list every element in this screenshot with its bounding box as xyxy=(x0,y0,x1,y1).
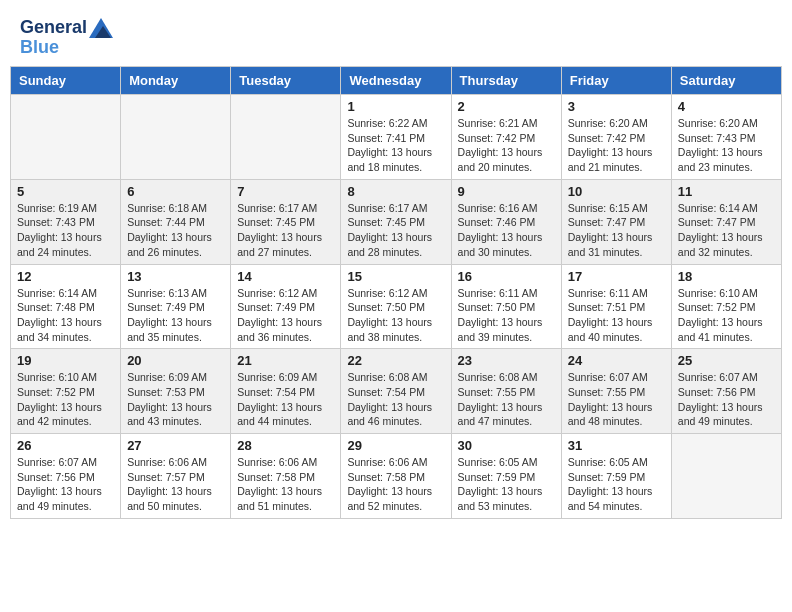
logo: General Blue xyxy=(20,18,113,58)
day-info: Sunrise: 6:21 AM Sunset: 7:42 PM Dayligh… xyxy=(458,116,555,175)
calendar-cell: 19Sunrise: 6:10 AM Sunset: 7:52 PM Dayli… xyxy=(11,349,121,434)
day-info: Sunrise: 6:20 AM Sunset: 7:43 PM Dayligh… xyxy=(678,116,775,175)
calendar-week-row: 5Sunrise: 6:19 AM Sunset: 7:43 PM Daylig… xyxy=(11,179,782,264)
day-number: 2 xyxy=(458,99,555,114)
day-info: Sunrise: 6:07 AM Sunset: 7:56 PM Dayligh… xyxy=(17,455,114,514)
calendar-cell: 3Sunrise: 6:20 AM Sunset: 7:42 PM Daylig… xyxy=(561,95,671,180)
calendar-cell: 20Sunrise: 6:09 AM Sunset: 7:53 PM Dayli… xyxy=(121,349,231,434)
day-number: 8 xyxy=(347,184,444,199)
day-number: 20 xyxy=(127,353,224,368)
day-number: 3 xyxy=(568,99,665,114)
day-info: Sunrise: 6:15 AM Sunset: 7:47 PM Dayligh… xyxy=(568,201,665,260)
day-number: 10 xyxy=(568,184,665,199)
calendar-cell: 17Sunrise: 6:11 AM Sunset: 7:51 PM Dayli… xyxy=(561,264,671,349)
calendar-cell xyxy=(11,95,121,180)
calendar-cell: 14Sunrise: 6:12 AM Sunset: 7:49 PM Dayli… xyxy=(231,264,341,349)
day-info: Sunrise: 6:13 AM Sunset: 7:49 PM Dayligh… xyxy=(127,286,224,345)
day-info: Sunrise: 6:08 AM Sunset: 7:55 PM Dayligh… xyxy=(458,370,555,429)
day-info: Sunrise: 6:16 AM Sunset: 7:46 PM Dayligh… xyxy=(458,201,555,260)
weekday-header-row: SundayMondayTuesdayWednesdayThursdayFrid… xyxy=(11,67,782,95)
day-info: Sunrise: 6:12 AM Sunset: 7:49 PM Dayligh… xyxy=(237,286,334,345)
day-number: 9 xyxy=(458,184,555,199)
calendar-cell: 6Sunrise: 6:18 AM Sunset: 7:44 PM Daylig… xyxy=(121,179,231,264)
calendar-cell: 13Sunrise: 6:13 AM Sunset: 7:49 PM Dayli… xyxy=(121,264,231,349)
day-info: Sunrise: 6:19 AM Sunset: 7:43 PM Dayligh… xyxy=(17,201,114,260)
day-info: Sunrise: 6:11 AM Sunset: 7:51 PM Dayligh… xyxy=(568,286,665,345)
day-number: 16 xyxy=(458,269,555,284)
calendar-cell: 25Sunrise: 6:07 AM Sunset: 7:56 PM Dayli… xyxy=(671,349,781,434)
calendar-cell: 21Sunrise: 6:09 AM Sunset: 7:54 PM Dayli… xyxy=(231,349,341,434)
day-number: 29 xyxy=(347,438,444,453)
calendar-week-row: 1Sunrise: 6:22 AM Sunset: 7:41 PM Daylig… xyxy=(11,95,782,180)
calendar-cell: 12Sunrise: 6:14 AM Sunset: 7:48 PM Dayli… xyxy=(11,264,121,349)
day-number: 4 xyxy=(678,99,775,114)
day-number: 11 xyxy=(678,184,775,199)
calendar-cell: 26Sunrise: 6:07 AM Sunset: 7:56 PM Dayli… xyxy=(11,434,121,519)
day-info: Sunrise: 6:08 AM Sunset: 7:54 PM Dayligh… xyxy=(347,370,444,429)
calendar-cell: 30Sunrise: 6:05 AM Sunset: 7:59 PM Dayli… xyxy=(451,434,561,519)
calendar-cell: 2Sunrise: 6:21 AM Sunset: 7:42 PM Daylig… xyxy=(451,95,561,180)
calendar-cell: 1Sunrise: 6:22 AM Sunset: 7:41 PM Daylig… xyxy=(341,95,451,180)
calendar-cell: 18Sunrise: 6:10 AM Sunset: 7:52 PM Dayli… xyxy=(671,264,781,349)
day-number: 6 xyxy=(127,184,224,199)
day-info: Sunrise: 6:22 AM Sunset: 7:41 PM Dayligh… xyxy=(347,116,444,175)
day-number: 24 xyxy=(568,353,665,368)
weekday-header-wednesday: Wednesday xyxy=(341,67,451,95)
weekday-header-tuesday: Tuesday xyxy=(231,67,341,95)
day-info: Sunrise: 6:18 AM Sunset: 7:44 PM Dayligh… xyxy=(127,201,224,260)
day-number: 14 xyxy=(237,269,334,284)
calendar-cell: 24Sunrise: 6:07 AM Sunset: 7:55 PM Dayli… xyxy=(561,349,671,434)
calendar-cell xyxy=(671,434,781,519)
day-number: 12 xyxy=(17,269,114,284)
calendar-cell: 10Sunrise: 6:15 AM Sunset: 7:47 PM Dayli… xyxy=(561,179,671,264)
weekday-header-monday: Monday xyxy=(121,67,231,95)
weekday-header-thursday: Thursday xyxy=(451,67,561,95)
day-info: Sunrise: 6:07 AM Sunset: 7:56 PM Dayligh… xyxy=(678,370,775,429)
day-number: 22 xyxy=(347,353,444,368)
day-number: 19 xyxy=(17,353,114,368)
day-number: 21 xyxy=(237,353,334,368)
weekday-header-saturday: Saturday xyxy=(671,67,781,95)
day-info: Sunrise: 6:10 AM Sunset: 7:52 PM Dayligh… xyxy=(17,370,114,429)
day-info: Sunrise: 6:14 AM Sunset: 7:48 PM Dayligh… xyxy=(17,286,114,345)
day-number: 15 xyxy=(347,269,444,284)
calendar-cell: 5Sunrise: 6:19 AM Sunset: 7:43 PM Daylig… xyxy=(11,179,121,264)
day-number: 27 xyxy=(127,438,224,453)
logo-blue: Blue xyxy=(20,38,113,58)
day-number: 1 xyxy=(347,99,444,114)
calendar-cell xyxy=(231,95,341,180)
calendar-cell: 16Sunrise: 6:11 AM Sunset: 7:50 PM Dayli… xyxy=(451,264,561,349)
day-info: Sunrise: 6:11 AM Sunset: 7:50 PM Dayligh… xyxy=(458,286,555,345)
day-info: Sunrise: 6:12 AM Sunset: 7:50 PM Dayligh… xyxy=(347,286,444,345)
day-info: Sunrise: 6:17 AM Sunset: 7:45 PM Dayligh… xyxy=(237,201,334,260)
calendar-cell: 27Sunrise: 6:06 AM Sunset: 7:57 PM Dayli… xyxy=(121,434,231,519)
weekday-header-sunday: Sunday xyxy=(11,67,121,95)
weekday-header-friday: Friday xyxy=(561,67,671,95)
day-number: 23 xyxy=(458,353,555,368)
day-info: Sunrise: 6:06 AM Sunset: 7:58 PM Dayligh… xyxy=(237,455,334,514)
day-number: 7 xyxy=(237,184,334,199)
day-info: Sunrise: 6:09 AM Sunset: 7:53 PM Dayligh… xyxy=(127,370,224,429)
calendar-cell xyxy=(121,95,231,180)
day-number: 25 xyxy=(678,353,775,368)
calendar-cell: 4Sunrise: 6:20 AM Sunset: 7:43 PM Daylig… xyxy=(671,95,781,180)
day-info: Sunrise: 6:20 AM Sunset: 7:42 PM Dayligh… xyxy=(568,116,665,175)
day-info: Sunrise: 6:09 AM Sunset: 7:54 PM Dayligh… xyxy=(237,370,334,429)
calendar-cell: 28Sunrise: 6:06 AM Sunset: 7:58 PM Dayli… xyxy=(231,434,341,519)
calendar-cell: 8Sunrise: 6:17 AM Sunset: 7:45 PM Daylig… xyxy=(341,179,451,264)
calendar-cell: 9Sunrise: 6:16 AM Sunset: 7:46 PM Daylig… xyxy=(451,179,561,264)
calendar-cell: 11Sunrise: 6:14 AM Sunset: 7:47 PM Dayli… xyxy=(671,179,781,264)
day-info: Sunrise: 6:14 AM Sunset: 7:47 PM Dayligh… xyxy=(678,201,775,260)
day-number: 30 xyxy=(458,438,555,453)
day-info: Sunrise: 6:05 AM Sunset: 7:59 PM Dayligh… xyxy=(458,455,555,514)
calendar-cell: 31Sunrise: 6:05 AM Sunset: 7:59 PM Dayli… xyxy=(561,434,671,519)
day-number: 31 xyxy=(568,438,665,453)
day-number: 13 xyxy=(127,269,224,284)
day-info: Sunrise: 6:17 AM Sunset: 7:45 PM Dayligh… xyxy=(347,201,444,260)
calendar-week-row: 12Sunrise: 6:14 AM Sunset: 7:48 PM Dayli… xyxy=(11,264,782,349)
calendar-cell: 22Sunrise: 6:08 AM Sunset: 7:54 PM Dayli… xyxy=(341,349,451,434)
day-number: 28 xyxy=(237,438,334,453)
day-number: 18 xyxy=(678,269,775,284)
calendar-week-row: 26Sunrise: 6:07 AM Sunset: 7:56 PM Dayli… xyxy=(11,434,782,519)
day-number: 26 xyxy=(17,438,114,453)
